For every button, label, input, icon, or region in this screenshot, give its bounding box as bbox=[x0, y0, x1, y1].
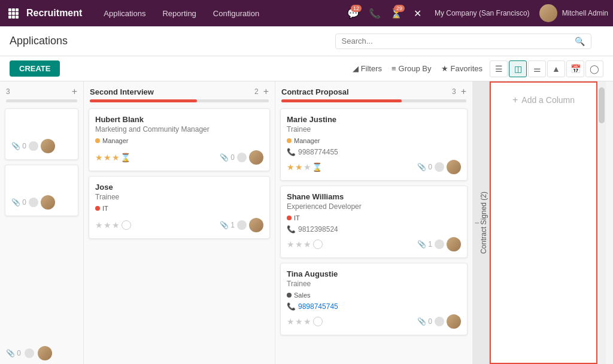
card-name-shane: Shane Williams bbox=[287, 192, 461, 201]
clip-icon: 📎 0 bbox=[11, 142, 26, 150]
kanban-column-hidden: 3 + 📎 0 📎 0 bbox=[0, 81, 84, 364]
star-2: ★ bbox=[104, 153, 111, 162]
avatar-tina bbox=[447, 314, 461, 329]
nav-applications[interactable]: Applications bbox=[96, 7, 153, 20]
calendar-view-btn[interactable]: 📅 bbox=[566, 60, 584, 77]
circle-tina bbox=[435, 317, 444, 326]
kanban-column-contract-proposal: Contract Proposal 3 + Marie Justine Trai… bbox=[275, 81, 473, 364]
col-progress-si bbox=[90, 99, 269, 102]
messages-icon-btn[interactable]: 💬 12 bbox=[344, 4, 363, 23]
vertical-col-label: Contract Signed (2) bbox=[480, 192, 488, 254]
clip-hubert: 📎 0 bbox=[220, 153, 235, 162]
card-name-marie: Marie Justine bbox=[287, 115, 461, 124]
search-input[interactable] bbox=[342, 37, 575, 46]
card-circle-2 bbox=[29, 198, 38, 207]
footer-clip: 📎 0 bbox=[6, 349, 21, 357]
nav-reporting[interactable]: Reporting bbox=[155, 7, 203, 20]
clip-jose: 📎 1 bbox=[220, 221, 235, 229]
svg-rect-7 bbox=[12, 16, 15, 19]
card-stars-hubert: ★ ★ ★ ⌛ bbox=[95, 153, 131, 162]
card-stars-jose: ★ ★ ★ bbox=[95, 220, 131, 230]
add-column-panel: + Add a Column bbox=[490, 81, 597, 364]
top-navigation: Recruitment Applications Reporting Confi… bbox=[0, 0, 613, 26]
card-avatar bbox=[41, 139, 55, 153]
circle-jose bbox=[237, 220, 247, 230]
groupby-label: Group By bbox=[399, 64, 432, 73]
footer-avatar bbox=[38, 346, 52, 360]
star-t1: ★ bbox=[287, 317, 295, 326]
col-add-si[interactable]: + bbox=[263, 86, 269, 97]
favorites-btn[interactable]: ★ Favorites bbox=[441, 64, 482, 73]
svg-rect-1 bbox=[12, 8, 15, 11]
card-stars-shane: ★ ★ ★ bbox=[287, 239, 323, 249]
hidden-card-2[interactable]: 📎 0 bbox=[5, 165, 78, 216]
favorites-label: Favorites bbox=[451, 64, 482, 73]
card-marie-justine[interactable]: Marie Justine Trainee Manager 📞 99887744… bbox=[280, 108, 468, 181]
col-progress-cp bbox=[281, 99, 466, 102]
col-count-hidden: 3 bbox=[6, 87, 10, 96]
card-actions-shane: 📎 1 bbox=[417, 237, 461, 251]
activity-icon-btn[interactable]: ⏳ 29 bbox=[387, 4, 406, 23]
card-tag-marie: Manager bbox=[287, 137, 320, 144]
nav-configuration[interactable]: Configuration bbox=[206, 7, 266, 20]
add-column-button[interactable]: + Add a Column bbox=[505, 90, 582, 110]
user-name[interactable]: Mitchell Admin bbox=[562, 9, 608, 17]
filters-btn[interactable]: ◢ Filters bbox=[353, 64, 382, 73]
card-hubert-blank[interactable]: Hubert Blank Marketing and Community Man… bbox=[89, 108, 270, 171]
clock-icon: ⌛ bbox=[120, 153, 131, 162]
card-job-jose: Trainee bbox=[95, 193, 263, 201]
clock-view-btn[interactable]: ◯ bbox=[585, 60, 603, 77]
star-e2: ★ bbox=[104, 220, 111, 230]
hidden-card-1[interactable]: 📎 0 bbox=[5, 108, 78, 160]
svg-rect-3 bbox=[8, 12, 11, 15]
kanban-view-btn[interactable]: ◫ bbox=[509, 60, 527, 77]
groupby-btn[interactable]: ≡ Group By bbox=[392, 64, 432, 73]
table-view-btn[interactable]: ⚌ bbox=[528, 60, 546, 77]
col-title-cp: Contract Proposal bbox=[281, 87, 349, 96]
list-view-btn[interactable]: ☰ bbox=[490, 60, 508, 77]
card-tag-tina: Sales bbox=[287, 292, 311, 299]
card-footer-jose: ★ ★ ★ 📎 1 bbox=[95, 218, 263, 232]
settings-icon-btn[interactable]: ✕ bbox=[408, 4, 427, 23]
kanban-column-contract-signed[interactable]: − Contract Signed (2) bbox=[473, 81, 490, 364]
phone-icon-btn[interactable]: 📞 bbox=[365, 4, 384, 23]
col-count-si: 2 bbox=[254, 87, 259, 96]
card-jose[interactable]: Jose Trainee IT ★ ★ ★ 📎 1 bbox=[89, 176, 270, 239]
svg-rect-5 bbox=[16, 12, 19, 15]
card-footer-shane: ★ ★ ★ 📎 1 bbox=[287, 237, 461, 251]
star-e3: ★ bbox=[112, 220, 120, 230]
filter-icon: ◢ bbox=[353, 64, 359, 73]
card-name-hubert: Hubert Blank bbox=[95, 115, 263, 124]
toolbar: CREATE ◢ Filters ≡ Group By ★ Favorites … bbox=[0, 56, 613, 81]
company-selector[interactable]: My Company (San Francisco) bbox=[435, 9, 530, 17]
create-button[interactable]: CREATE bbox=[10, 60, 60, 77]
app-grid-icon[interactable] bbox=[5, 5, 22, 22]
search-icon: 🔍 bbox=[575, 37, 585, 46]
card-actions-marie: 📎 0 bbox=[417, 160, 461, 174]
search-box[interactable]: 🔍 bbox=[335, 34, 591, 49]
card-shane-williams[interactable]: Shane Williams Experienced Developer IT … bbox=[280, 186, 468, 258]
col-footer-hidden: 📎 0 bbox=[0, 342, 83, 364]
card-actions-jose: 📎 1 bbox=[220, 218, 263, 232]
user-avatar[interactable] bbox=[539, 4, 557, 22]
card-job-hubert: Marketing and Community Manager bbox=[95, 125, 263, 134]
chart-view-btn[interactable]: ▲ bbox=[547, 60, 565, 77]
circle-shane bbox=[435, 239, 444, 249]
svg-rect-2 bbox=[16, 8, 19, 11]
card-actions: 📎 0 bbox=[11, 139, 55, 153]
favorites-icon: ★ bbox=[441, 64, 448, 73]
card-phone-marie: 📞 9988774455 bbox=[287, 148, 461, 156]
col-count-cp: 3 bbox=[452, 87, 456, 96]
col-cards-si: Hubert Blank Marketing and Community Man… bbox=[84, 106, 275, 364]
col-add-hidden[interactable]: + bbox=[72, 86, 77, 97]
col-add-cp[interactable]: + bbox=[461, 86, 466, 97]
svg-rect-4 bbox=[12, 12, 15, 15]
card-footer-hubert: ★ ★ ★ ⌛ 📎 0 bbox=[95, 150, 263, 165]
circle-marie bbox=[435, 162, 444, 172]
card-tina-augustie[interactable]: Tina Augustie Trainee Sales 📞 9898745745… bbox=[280, 263, 468, 335]
card-footer-tina: ★ ★ ★ 📎 0 bbox=[287, 314, 461, 329]
col-cards-cp: Marie Justine Trainee Manager 📞 99887744… bbox=[275, 106, 472, 364]
add-column-plus-icon: + bbox=[512, 95, 518, 105]
filter-group: ◢ Filters ≡ Group By ★ Favorites bbox=[353, 64, 482, 73]
card-job-tina: Trainee bbox=[287, 280, 461, 288]
